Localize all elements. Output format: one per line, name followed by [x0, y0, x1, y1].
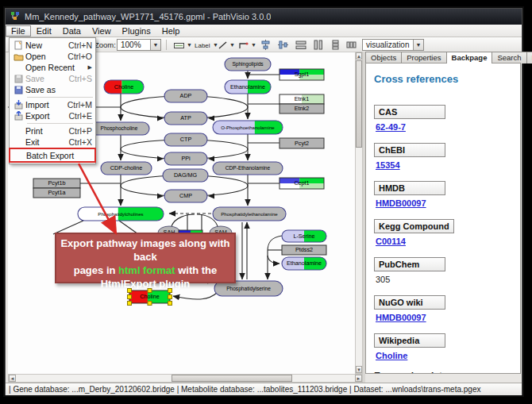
- file-menu-item-exit[interactable]: ExitCtrl+X: [10, 137, 95, 148]
- selection-handle[interactable]: [148, 302, 152, 306]
- selection-handle[interactable]: [128, 302, 132, 306]
- node-sphingolipids[interactable]: Sphingolipids: [225, 58, 271, 71]
- node-pcyt1a[interactable]: Pcyt1a: [33, 188, 80, 198]
- edge-ps-to-choline-curve[interactable]: [173, 293, 217, 299]
- file-menu-item-print[interactable]: PrintCtrl+P: [10, 125, 95, 137]
- menu-help[interactable]: Help: [156, 25, 186, 37]
- zoom-label: Zoom:: [94, 40, 116, 49]
- chevron-down-icon[interactable]: ▼: [413, 40, 423, 50]
- visualization-combobox[interactable]: visualization ▼: [362, 39, 424, 51]
- stack-horizontal-icon[interactable]: [344, 39, 359, 51]
- stack-vertical-icon[interactable]: [328, 39, 343, 51]
- backpage-panel: Cross references CAS62-49-7ChEBI15354HMD…: [365, 63, 521, 374]
- node-adp[interactable]: ADP: [164, 90, 207, 102]
- svg-text:PPi: PPi: [181, 155, 191, 162]
- chevron-down-icon[interactable]: ▼: [150, 40, 160, 50]
- node-cept1[interactable]: Cept1: [279, 178, 324, 189]
- file-menu-label: Open: [25, 52, 61, 61]
- edge-sah-arc[interactable]: [172, 214, 195, 226]
- node-pcyt1b[interactable]: Pcyt1b: [33, 179, 80, 188]
- node-phosphatidylethanolamine[interactable]: Phosphatidylethanolamine: [213, 207, 286, 221]
- node-choline-top[interactable]: Choline: [104, 80, 144, 94]
- edge-serine-trunk[interactable]: [268, 236, 282, 279]
- submenu-arrow-icon: ▶: [88, 64, 92, 71]
- connector-tool-icon[interactable]: ▼: [236, 39, 259, 51]
- node-cdp-ethanolamine[interactable]: CDP-Ethanolamine: [213, 162, 283, 175]
- svg-text:CMP: CMP: [179, 192, 192, 199]
- menu-shortcut: Ctrl+X: [69, 137, 92, 147]
- scroll-down-icon[interactable]: ▼: [356, 366, 362, 373]
- menu-separator: [27, 97, 93, 98]
- common-height-icon[interactable]: [310, 39, 326, 51]
- scroll-right-icon[interactable]: ►: [355, 375, 362, 382]
- svg-text:Pcyt1a: Pcyt1a: [48, 189, 66, 196]
- reference-link[interactable]: C00114: [376, 237, 406, 246]
- selection-handle[interactable]: [168, 302, 172, 306]
- horizontal-scroll-thumb[interactable]: [172, 375, 292, 382]
- status-text: | Gene database: ...m_Derby_20120602.bri…: [9, 385, 480, 394]
- menu-shortcut: Ctrl+N: [68, 40, 92, 50]
- node-cdp-choline[interactable]: CDP-choline: [101, 162, 152, 175]
- node-ethanolamine-top[interactable]: Ethanolamine: [225, 80, 271, 94]
- node-ptdss2[interactable]: Ptdss2: [282, 245, 326, 255]
- node-pcyt2[interactable]: Pcyt2: [279, 138, 324, 148]
- reference-link[interactable]: 62-49-7: [376, 122, 406, 132]
- node-etnk1[interactable]: Etnk1: [279, 94, 324, 104]
- align-horizontal-center-icon[interactable]: [276, 39, 291, 51]
- file-menu-item-save-as[interactable]: Save as: [10, 84, 95, 95]
- annotation-line2-pre: pages in: [74, 264, 118, 276]
- file-menu-item-open[interactable]: OpenCtrl+O: [10, 51, 95, 62]
- node-dag-mg[interactable]: DAG/MG: [163, 169, 208, 182]
- save-icon: [11, 75, 25, 83]
- file-menu-item-open-recent[interactable]: Open Recent▶: [10, 62, 95, 73]
- svg-text:L-Serine: L-Serine: [293, 233, 314, 240]
- svg-text:DAG/MG: DAG/MG: [174, 171, 198, 179]
- align-vertical-center-icon[interactable]: [258, 39, 273, 51]
- node-phosphatidylcholines[interactable]: Phosphatidylcholines: [78, 207, 164, 221]
- vertical-scrollbar[interactable]: ▲ ▼: [355, 52, 363, 374]
- file-menu-item-save[interactable]: SaveCtrl+S: [10, 73, 95, 84]
- node-ethanolamine-2[interactable]: Ethanolamine: [282, 257, 326, 270]
- menu-plugins[interactable]: Plugins: [117, 25, 156, 37]
- node-etnk2[interactable]: Etnk2: [279, 104, 324, 114]
- file-menu-item-export[interactable]: ExportCtrl+E: [10, 110, 95, 121]
- tab-properties[interactable]: Properties: [401, 52, 446, 63]
- reference-link[interactable]: Choline: [376, 351, 407, 360]
- node-o-phosphoethanolamine[interactable]: O-Phosphoethanolamine: [213, 121, 283, 134]
- node-cmp[interactable]: CMP: [164, 190, 207, 202]
- file-menu-item-batch-export[interactable]: Batch Export: [10, 149, 94, 161]
- vertical-scroll-thumb[interactable]: [356, 60, 362, 148]
- file-menu-item-import[interactable]: ImportCtrl+M: [10, 99, 95, 110]
- tab-search[interactable]: Search: [492, 52, 526, 63]
- menu-edit[interactable]: Edit: [31, 25, 57, 37]
- node-sgpl1[interactable]: Sgpl1: [279, 69, 324, 80]
- menu-data[interactable]: Data: [57, 25, 87, 37]
- reference-link[interactable]: 15354: [376, 160, 400, 170]
- svg-text:CDP-choline: CDP-choline: [110, 164, 142, 171]
- horizontal-scrollbar[interactable]: ◄ ►: [8, 374, 363, 383]
- edge-ethanolamine-branch[interactable]: [268, 256, 279, 264]
- title-bar[interactable]: Mm_Kennedy_pathway_WP1771_45176.gpml - P…: [6, 9, 522, 25]
- tab-objects[interactable]: Objects: [365, 52, 402, 63]
- node-ppi[interactable]: PPi: [164, 152, 207, 165]
- selection-handle[interactable]: [128, 295, 132, 299]
- common-width-icon[interactable]: [293, 39, 309, 51]
- scroll-left-icon[interactable]: ◄: [9, 375, 16, 382]
- reference-link[interactable]: HMDB00097: [376, 198, 426, 208]
- zoom-combobox[interactable]: 100% ▼: [117, 39, 161, 51]
- scroll-up-icon[interactable]: ▲: [356, 52, 362, 60]
- line-tool-icon[interactable]: ▼: [215, 39, 237, 51]
- selection-handle[interactable]: [168, 295, 172, 299]
- node-phosphocholine[interactable]: Phosphocholine: [89, 122, 149, 135]
- tab-legend[interactable]: Legend: [526, 52, 532, 63]
- tab-backpage[interactable]: Backpage: [446, 52, 493, 63]
- file-menu-item-new[interactable]: NewCtrl+N: [10, 40, 95, 51]
- node-ctp[interactable]: CTP: [164, 133, 207, 146]
- reference-link[interactable]: HMDB00097: [376, 313, 426, 322]
- menu-shortcut: Ctrl+P: [69, 126, 92, 136]
- node-atp[interactable]: ATP: [164, 112, 207, 125]
- menu-separator: [27, 123, 93, 124]
- menu-view[interactable]: View: [87, 25, 117, 37]
- node-l-serine[interactable]: L-Serine: [282, 230, 326, 242]
- menu-file[interactable]: File: [6, 25, 31, 37]
